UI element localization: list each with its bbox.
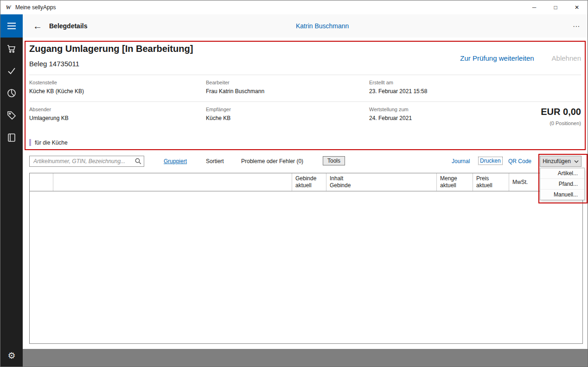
sidebar-item-cart[interactable]	[0, 38, 23, 60]
page-title: Belegdetails	[49, 22, 87, 30]
column-header-inhalt-gebinde: Inhalt Gebinde	[326, 173, 436, 191]
column-header-gebinde-aktuell: Gebinde aktuell	[292, 173, 326, 191]
print-link[interactable]: Drucken	[478, 157, 503, 165]
menu-item-artikel[interactable]: Artikel...	[540, 168, 584, 178]
sidebar: ⚙	[0, 14, 23, 367]
divider	[29, 101, 581, 102]
add-button-label: Hinzufügen	[543, 158, 571, 165]
search-box	[29, 156, 144, 167]
divider	[29, 75, 581, 75]
add-dropdown-menu: Artikel... Pfand... Manuell...	[540, 168, 585, 200]
column-header-empty-1	[30, 173, 53, 191]
field-label: Bearbeiter	[206, 80, 369, 85]
note-marker	[29, 139, 31, 146]
field-row-2: Absender Umlagerung KB Empfänger Küche K…	[29, 107, 581, 121]
pie-chart-icon	[6, 88, 17, 99]
sidebar-item-statistics[interactable]	[0, 82, 23, 104]
book-icon	[6, 132, 17, 143]
app-window: W Meine sellyApps ─ □ ✕	[0, 0, 588, 367]
field-absender: Absender Umlagerung KB	[29, 107, 206, 121]
sidebar-item-tasks[interactable]	[0, 60, 23, 82]
footer-strip	[23, 349, 588, 367]
reject-link: Ablehnen	[552, 54, 581, 62]
app-icon: W	[5, 4, 12, 11]
column-header-menge-aktuell: Menge aktuell	[436, 173, 473, 191]
minimize-button[interactable]: ─	[524, 0, 545, 14]
total-amount: EUR 0,00	[541, 107, 581, 117]
chevron-down-icon	[574, 160, 579, 163]
total-positions: (0 Positionen)	[541, 120, 581, 126]
sorted-toggle[interactable]: Sortiert	[206, 158, 224, 165]
field-label: Erstellt am	[369, 80, 581, 85]
field-empfaenger: Empfänger Küche KB	[206, 107, 369, 121]
search-icon[interactable]	[134, 158, 142, 165]
close-button[interactable]: ✕	[566, 0, 588, 14]
grouped-toggle[interactable]: Gruppiert	[164, 158, 187, 165]
maximize-button[interactable]: □	[545, 0, 566, 14]
field-label: Kostenstelle	[29, 80, 206, 85]
document-title: Zugang Umlagerung [In Bearbeitung]	[29, 44, 193, 54]
titlebar: W Meine sellyApps ─ □ ✕	[0, 0, 588, 14]
items-toolbar: Gruppiert Sortiert Probleme oder Fehler …	[23, 156, 588, 169]
menu-item-pfand[interactable]: Pfand...	[540, 178, 584, 189]
add-button[interactable]: Hinzufügen	[540, 156, 582, 167]
more-options-button[interactable]: ...	[573, 20, 580, 28]
app-header: ← Belegdetails Katrin Buschmann ...	[23, 14, 588, 38]
document-actions: Zur Prüfung weiterleiten Ablehnen	[460, 54, 581, 62]
field-value: Umlagerung KB	[29, 115, 206, 121]
menu-item-manuell[interactable]: Manuell...	[540, 189, 584, 200]
shopping-cart-icon	[6, 43, 17, 54]
hamburger-icon	[7, 23, 16, 24]
search-input[interactable]	[29, 156, 144, 167]
window-controls: ─ □ ✕	[524, 0, 588, 14]
table-header-row: Gebinde aktuell Inhalt Gebinde Menge akt…	[30, 173, 582, 191]
hamburger-menu-button[interactable]	[0, 14, 23, 38]
document-number: Beleg 14735011	[29, 60, 79, 68]
field-kostenstelle: Kostenstelle Küche KB (Küche KB)	[29, 80, 206, 95]
column-header-description	[53, 173, 292, 191]
field-row-1: Kostenstelle Küche KB (Küche KB) Bearbei…	[29, 80, 581, 95]
document-panel: Zugang Umlagerung [In Bearbeitung] Beleg…	[26, 42, 585, 149]
journal-link[interactable]: Journal	[452, 158, 470, 165]
field-erstellt-am: Erstellt am 23. Februar 2021 15:58	[369, 80, 581, 95]
main-area: ← Belegdetails Katrin Buschmann ... Zuga…	[23, 14, 588, 367]
back-button[interactable]: ←	[29, 20, 46, 32]
field-label: Absender	[29, 107, 206, 112]
forward-for-review-link[interactable]: Zur Prüfung weiterleiten	[460, 54, 534, 62]
total-block: EUR 0,00 (0 Positionen)	[541, 107, 581, 126]
body-row: ⚙ ← Belegdetails Katrin Buschmann ... Zu…	[0, 14, 588, 367]
tag-icon	[6, 110, 17, 121]
field-bearbeiter: Bearbeiter Frau Katrin Buschmann	[206, 80, 369, 95]
field-value: Frau Katrin Buschmann	[206, 88, 369, 95]
tools-button[interactable]: Tools	[323, 156, 345, 165]
qr-code-link[interactable]: QR Code	[508, 158, 531, 165]
field-value: 23. Februar 2021 15:58	[369, 88, 581, 95]
sidebar-item-journal[interactable]	[0, 127, 23, 149]
field-value: Küche KB (Küche KB)	[29, 88, 206, 95]
app-title: Meine sellyApps	[15, 4, 56, 11]
sidebar-item-settings[interactable]: ⚙	[0, 344, 23, 367]
field-label: Empfänger	[206, 107, 369, 112]
content: Zugang Umlagerung [In Bearbeitung] Beleg…	[23, 38, 588, 367]
gear-icon: ⚙	[7, 351, 15, 360]
field-value: Küche KB	[206, 115, 369, 121]
sidebar-item-labels[interactable]	[0, 104, 23, 127]
problems-link[interactable]: Probleme oder Fehler (0)	[241, 158, 303, 165]
column-header-preis-aktuell: Preis aktuell	[473, 173, 509, 191]
checkmark-icon	[6, 65, 17, 76]
items-table: Gebinde aktuell Inhalt Gebinde Menge akt…	[29, 173, 583, 344]
user-link[interactable]: Katrin Buschmann	[296, 22, 349, 30]
note-text: für die Küche	[35, 139, 68, 146]
document-note: für die Küche	[29, 139, 68, 146]
